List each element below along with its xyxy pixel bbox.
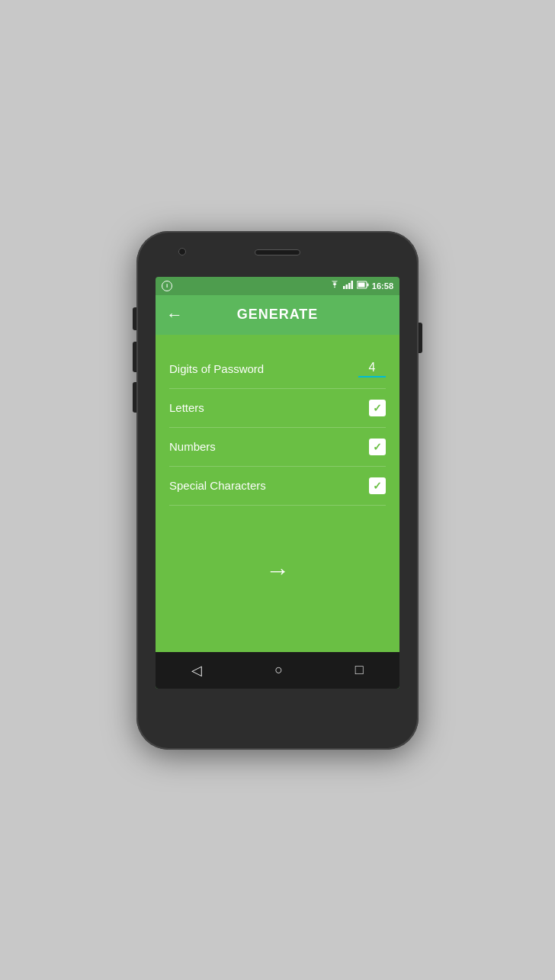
digits-label: Digits of Password: [169, 362, 264, 375]
letters-row: Letters ✓: [169, 389, 386, 428]
special-chars-checkbox[interactable]: ✓: [369, 477, 386, 494]
svg-rect-0: [343, 286, 345, 289]
status-bar-right: 16:58: [329, 281, 393, 291]
signal-icon: [343, 281, 354, 291]
app-bar: ← GENERATE: [156, 295, 399, 335]
letters-label: Letters: [169, 401, 204, 414]
page-title: GENERATE: [237, 307, 319, 323]
phone-bottom-bezel: [136, 689, 419, 750]
power-button: [419, 323, 422, 353]
digits-row: Digits of Password: [169, 350, 386, 389]
wifi-icon: [329, 281, 340, 291]
generate-button[interactable]: →: [258, 551, 297, 591]
status-bar-left: i: [162, 281, 172, 291]
action-area: →: [169, 506, 386, 637]
svg-rect-6: [358, 283, 364, 288]
phone-device: i: [136, 231, 419, 750]
phone-top-bezel: [136, 231, 419, 277]
special-chars-checkmark: ✓: [373, 480, 382, 491]
volume-up-button: [133, 307, 136, 330]
special-chars-row: Special Characters ✓: [169, 467, 386, 506]
back-button[interactable]: ←: [166, 305, 183, 325]
numbers-row: Numbers ✓: [169, 428, 386, 467]
forward-arrow-icon: →: [265, 557, 290, 585]
volume-down-button: [133, 342, 136, 372]
back-nav-button[interactable]: ◁: [191, 662, 202, 679]
svg-rect-2: [348, 283, 351, 289]
earpiece-speaker: [255, 249, 300, 255]
app-notification-icon: i: [162, 281, 172, 291]
front-camera: [178, 248, 186, 255]
recents-nav-button[interactable]: □: [355, 662, 364, 678]
content-area: Digits of Password Letters ✓ Numbers ✓ S…: [156, 335, 399, 652]
home-nav-button[interactable]: ○: [274, 662, 283, 678]
letters-checkbox[interactable]: ✓: [369, 400, 386, 416]
svg-rect-3: [351, 281, 353, 289]
svg-rect-5: [367, 284, 368, 287]
numbers-checkmark: ✓: [373, 442, 382, 452]
status-bar: i: [156, 277, 399, 295]
status-time: 16:58: [372, 281, 393, 291]
silent-button: [133, 382, 136, 413]
phone-screen: i: [156, 277, 399, 689]
digits-input[interactable]: [358, 361, 386, 378]
nav-bar: ◁ ○ □: [156, 652, 399, 689]
numbers-checkbox[interactable]: ✓: [369, 439, 386, 455]
numbers-label: Numbers: [169, 440, 216, 453]
battery-icon: [357, 281, 369, 291]
svg-rect-1: [345, 284, 348, 289]
special-chars-label: Special Characters: [169, 479, 266, 492]
letters-checkmark: ✓: [373, 403, 382, 413]
